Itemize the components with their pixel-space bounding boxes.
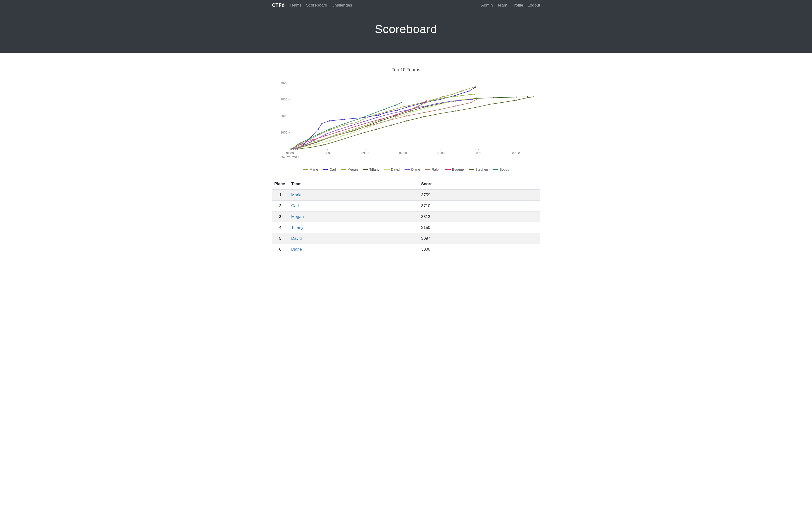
- nav-link-logout[interactable]: Logout: [527, 3, 540, 8]
- svg-point-75: [433, 100, 434, 101]
- legend-swatch: [425, 169, 430, 170]
- svg-point-159: [376, 129, 377, 130]
- cell-place: 5: [272, 233, 289, 244]
- svg-point-151: [423, 102, 424, 103]
- cell-score: 3759: [419, 189, 540, 201]
- svg-text:03:00: 03:00: [361, 151, 369, 155]
- cell-team: Tiffany: [289, 222, 419, 233]
- team-link[interactable]: Marie: [291, 193, 302, 197]
- legend-label: David: [391, 168, 400, 171]
- svg-point-165: [474, 107, 475, 108]
- legend-item[interactable]: Ralph: [425, 168, 441, 171]
- legend-item[interactable]: Stephen: [469, 168, 488, 171]
- legend-item[interactable]: Bobby: [493, 168, 509, 171]
- svg-point-115: [325, 133, 326, 135]
- team-link[interactable]: Tiffany: [291, 225, 303, 230]
- cell-place: 6: [272, 244, 289, 255]
- svg-point-147: [380, 119, 381, 120]
- svg-point-120: [391, 113, 392, 114]
- svg-point-131: [359, 128, 360, 129]
- svg-point-153: [297, 149, 298, 150]
- legend-item[interactable]: Marie: [303, 168, 318, 171]
- svg-point-40: [442, 96, 443, 98]
- svg-point-98: [305, 146, 306, 147]
- svg-point-143: [325, 135, 326, 136]
- svg-point-174: [317, 133, 319, 135]
- svg-point-60: [468, 91, 469, 92]
- svg-point-158: [361, 133, 362, 134]
- svg-point-175: [329, 129, 330, 130]
- svg-text:Dec 26, 2017: Dec 26, 2017: [281, 156, 299, 159]
- legend-item[interactable]: Carl: [323, 168, 336, 171]
- legend-swatch: [384, 169, 390, 170]
- svg-point-139: [476, 99, 477, 100]
- svg-point-161: [406, 120, 407, 121]
- cell-team: David: [289, 233, 419, 244]
- legend-label: Marie: [310, 168, 318, 171]
- legend-swatch: [303, 169, 308, 170]
- legend-item[interactable]: Tiffany: [363, 168, 379, 171]
- scoreboard-table: Place Team Score 1Marie37592Carl37103Meg…: [272, 179, 540, 255]
- svg-point-127: [306, 145, 307, 146]
- table-row: 4Tiffany3150: [272, 222, 540, 233]
- svg-point-50: [329, 120, 330, 121]
- team-link[interactable]: Carl: [291, 204, 299, 208]
- svg-point-117: [350, 125, 351, 126]
- nav-link-team[interactable]: Team: [497, 3, 507, 8]
- legend-label: Diane: [411, 168, 420, 171]
- svg-point-172: [299, 143, 300, 144]
- svg-point-156: [335, 141, 336, 142]
- svg-point-62: [475, 87, 476, 88]
- legend-item[interactable]: David: [384, 168, 400, 171]
- svg-point-49: [321, 123, 323, 124]
- svg-point-146: [365, 123, 366, 124]
- svg-point-105: [397, 116, 398, 117]
- svg-point-67: [335, 134, 336, 136]
- svg-point-78: [470, 94, 471, 95]
- th-score: Score: [419, 179, 540, 189]
- svg-point-167: [501, 102, 502, 103]
- svg-point-112: [293, 149, 294, 150]
- svg-text:2000: 2000: [281, 114, 287, 118]
- nav-link-profile[interactable]: Profile: [512, 3, 523, 8]
- brand-logo[interactable]: CTFd: [272, 2, 285, 8]
- legend-label: Ralph: [432, 168, 441, 171]
- nav-link-scoreboard[interactable]: Scoreboard: [306, 3, 327, 8]
- svg-text:06:00: 06:00: [475, 151, 483, 155]
- nav-left: Teams Scoreboard Challenges: [290, 3, 352, 8]
- top10-chart[interactable]: Top 10 Teams 0100020003000400001:0002:00…: [272, 67, 540, 171]
- svg-point-29: [310, 138, 311, 140]
- legend-label: Carl: [329, 168, 336, 171]
- table-row: 3Megan3313: [272, 212, 540, 222]
- legend-item[interactable]: Megan: [341, 168, 358, 171]
- nav-link-teams[interactable]: Teams: [290, 3, 302, 8]
- nav-link-challenges[interactable]: Challenges: [332, 3, 352, 8]
- svg-point-32: [344, 124, 345, 125]
- svg-point-134: [406, 115, 407, 117]
- svg-point-107: [427, 107, 428, 108]
- cell-place: 4: [272, 222, 289, 233]
- svg-point-169: [527, 97, 528, 98]
- svg-point-181: [400, 102, 402, 103]
- svg-point-180: [395, 105, 396, 106]
- team-link[interactable]: Megan: [291, 214, 304, 219]
- nav-link-admin[interactable]: Admin: [481, 3, 493, 8]
- svg-point-168: [515, 100, 517, 101]
- svg-text:4000: 4000: [281, 81, 287, 84]
- svg-point-77: [457, 95, 458, 97]
- svg-point-128: [319, 140, 321, 142]
- legend-item[interactable]: Eugene: [445, 168, 464, 171]
- svg-point-179: [384, 109, 385, 110]
- chart-title: Top 10 Teams: [272, 67, 540, 72]
- table-row: 5David3097: [272, 233, 540, 244]
- team-link[interactable]: David: [291, 236, 302, 241]
- svg-point-129: [333, 136, 334, 137]
- th-place: Place: [272, 179, 289, 189]
- svg-point-58: [440, 99, 441, 100]
- legend-item[interactable]: Diane: [405, 168, 420, 171]
- svg-point-118: [363, 121, 364, 122]
- main-content: Top 10 Teams 0100020003000400001:0002:00…: [268, 53, 544, 269]
- team-link[interactable]: Diane: [291, 247, 302, 251]
- svg-point-26: [290, 149, 291, 150]
- svg-point-164: [455, 110, 457, 112]
